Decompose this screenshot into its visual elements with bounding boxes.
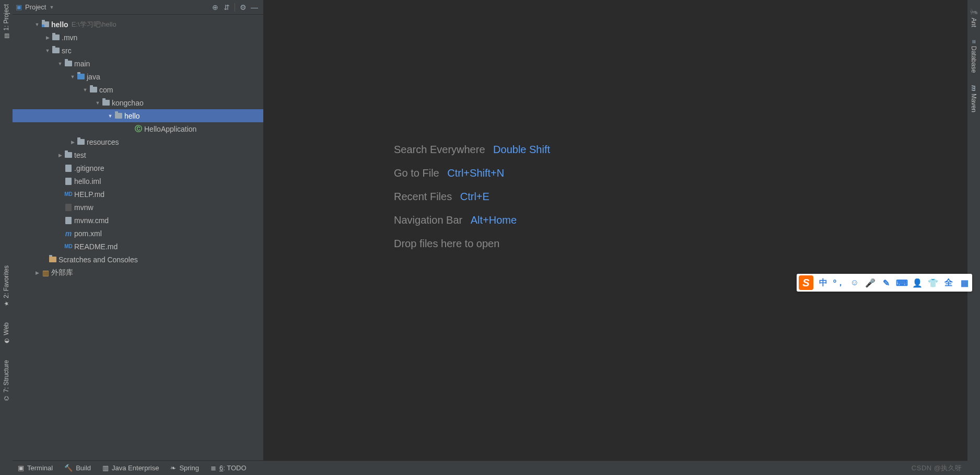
tree-hello-iml[interactable]: hello.iml — [13, 175, 263, 188]
ime-emoji-button[interactable]: ☺ — [849, 277, 860, 288]
hint-go-to-file: Go to File Ctrl+Shift+N — [394, 167, 504, 179]
hint-navigation-bar: Navigation Bar Alt+Home — [394, 214, 517, 226]
hide-button[interactable]: — — [249, 2, 260, 13]
tree-resources[interactable]: ▶ resources — [13, 135, 263, 148]
ime-toolbar[interactable]: S 中 º， ☺ 🎤 ✎ ⌨ 👤 👕 全 ▦ — [797, 274, 972, 292]
expand-all-button[interactable]: ⇵ — [221, 2, 232, 13]
package-icon — [89, 87, 98, 92]
tree-root[interactable]: ▼ hello E:\学习吧\hello — [13, 18, 263, 31]
ime-lang-button[interactable]: 中 — [818, 277, 829, 288]
chevron-down-icon[interactable]: ▼ — [33, 22, 41, 27]
tree-pom-xml[interactable]: m pom.xml — [13, 227, 263, 240]
tab-build[interactable]: 🔨 Build — [64, 464, 91, 472]
folder-icon — [64, 152, 73, 158]
hint-label: Navigation Bar — [394, 214, 462, 226]
ime-fullwidth-button[interactable]: 全 — [943, 277, 954, 288]
project-tree[interactable]: ▼ hello E:\学习吧\hello ▶ .mvn ▼ src ▼ main… — [13, 15, 263, 460]
tab-database-label: Database — [970, 46, 977, 73]
tree-mvnw-cmd[interactable]: mvnw.cmd — [13, 214, 263, 227]
folder-icon — [51, 48, 61, 53]
tab-java-enterprise[interactable]: ▥ Java Enterprise — [102, 464, 159, 472]
tree-java[interactable]: ▼ java — [13, 70, 263, 83]
tree-label: kongchao — [111, 99, 144, 107]
sogou-logo-icon[interactable]: S — [799, 275, 813, 290]
tree-label: mvnw — [73, 203, 94, 212]
database-icon: ≡ — [970, 40, 978, 44]
project-view-selector[interactable]: ▣ Project ▼ — [16, 3, 54, 11]
hint-label: Drop files here to open — [394, 238, 499, 249]
tab-favorites-label: 2: Favorites — [3, 265, 10, 298]
tree-test[interactable]: ▶ test — [13, 148, 263, 161]
tab-ant[interactable]: 🐜 Ant — [969, 4, 979, 30]
tree-scratches[interactable]: Scratches and Consoles — [13, 253, 263, 266]
package-icon — [101, 100, 111, 106]
tree-label: pom.xml — [73, 229, 102, 238]
tshirt-icon: 👕 — [928, 278, 938, 288]
ime-punct-button[interactable]: º， — [833, 277, 845, 288]
tab-favorites[interactable]: ★ 2: Favorites — [2, 262, 11, 310]
hint-label: Recent Files — [394, 191, 452, 202]
tree-label: com — [98, 86, 113, 94]
tree-label: HELP.md — [73, 190, 104, 199]
hint-label: Search Everywhere — [394, 144, 485, 155]
tree-label: hello.iml — [73, 177, 101, 186]
locate-button[interactable]: ⊕ — [209, 2, 221, 13]
ant-icon: 🐜 — [970, 7, 978, 16]
tree-gitignore[interactable]: .gitignore — [13, 161, 263, 175]
tree-hello-application[interactable]: Ⓒ HelloApplication — [13, 122, 263, 135]
tree-readme-md[interactable]: MD README.md — [13, 240, 263, 253]
resources-folder-icon — [76, 139, 86, 145]
tree-com[interactable]: ▼ com — [13, 83, 263, 96]
tree-hello-pkg[interactable]: ▼ hello — [13, 109, 263, 122]
chevron-down-icon[interactable]: ▼ — [44, 48, 51, 53]
tree-help-md[interactable]: MD HELP.md — [13, 188, 263, 201]
tree-main[interactable]: ▼ main — [13, 57, 263, 70]
chevron-down-icon[interactable]: ▼ — [94, 100, 101, 106]
ime-skin-button[interactable]: 👕 — [927, 277, 939, 288]
pencil-icon: ✎ — [883, 278, 890, 288]
ime-user-button[interactable]: 👤 — [912, 277, 923, 288]
javaee-icon: ▥ — [102, 464, 109, 472]
ime-handwrite-button[interactable]: ✎ — [880, 277, 892, 288]
tree-mvnw[interactable]: mvnw — [13, 201, 263, 214]
tab-terminal[interactable]: ▣ Terminal — [18, 464, 53, 472]
chevron-right-icon[interactable]: ▶ — [33, 270, 41, 275]
file-icon — [64, 178, 73, 185]
tab-database[interactable]: ≡ Database — [969, 37, 979, 76]
tree-label: README.md — [73, 242, 118, 251]
tab-maven[interactable]: m Maven — [969, 82, 979, 115]
chevron-down-icon[interactable]: ▼ — [107, 113, 114, 119]
tree-kongchao[interactable]: ▼ kongchao — [13, 96, 263, 109]
chevron-right-icon[interactable]: ▶ — [44, 35, 51, 40]
chevron-down-icon[interactable]: ▼ — [56, 61, 64, 66]
chevron-right-icon[interactable]: ▶ — [56, 153, 64, 158]
tab-structure[interactable]: ⌬ 7: Structure — [2, 357, 11, 404]
folder-icon — [64, 61, 73, 66]
tab-web-label: Web — [3, 322, 10, 335]
tab-build-label: Build — [76, 464, 91, 472]
tree-path: E:\学习吧\hello — [68, 20, 116, 29]
maven-icon: m — [970, 85, 978, 91]
tree-label: .mvn — [61, 33, 77, 42]
tree-src[interactable]: ▼ src — [13, 44, 263, 57]
tab-project[interactable]: ▤ 1: Project — [2, 1, 11, 43]
tab-todo[interactable]: ≣ 6: TODO — [211, 464, 247, 472]
ime-voice-button[interactable]: 🎤 — [865, 277, 876, 288]
tree-mvn[interactable]: ▶ .mvn — [13, 31, 263, 44]
tab-web[interactable]: ◐ Web — [2, 319, 11, 347]
minimize-icon: — — [251, 3, 258, 11]
ime-softkbd-button[interactable]: ⌨ — [896, 277, 907, 288]
terminal-icon: ▣ — [18, 464, 24, 472]
chevron-down-icon[interactable]: ▼ — [81, 87, 89, 92]
tab-spring-label: Spring — [179, 464, 199, 472]
dropdown-arrow-icon: ▼ — [49, 5, 54, 10]
tab-spring[interactable]: ❧ Spring — [170, 464, 199, 472]
ime-toolbox-button[interactable]: ▦ — [959, 277, 970, 288]
right-tool-strip: 🐜 Ant ≡ Database m Maven — [967, 0, 980, 475]
settings-button[interactable]: ⚙ — [237, 2, 249, 13]
tree-label: 外部库 — [50, 268, 73, 277]
chevron-right-icon[interactable]: ▶ — [69, 140, 76, 145]
chevron-down-icon[interactable]: ▼ — [69, 74, 76, 79]
tree-external-libs[interactable]: ▶ ▥ 外部库 — [13, 266, 263, 279]
tree-label: .gitignore — [73, 164, 104, 172]
